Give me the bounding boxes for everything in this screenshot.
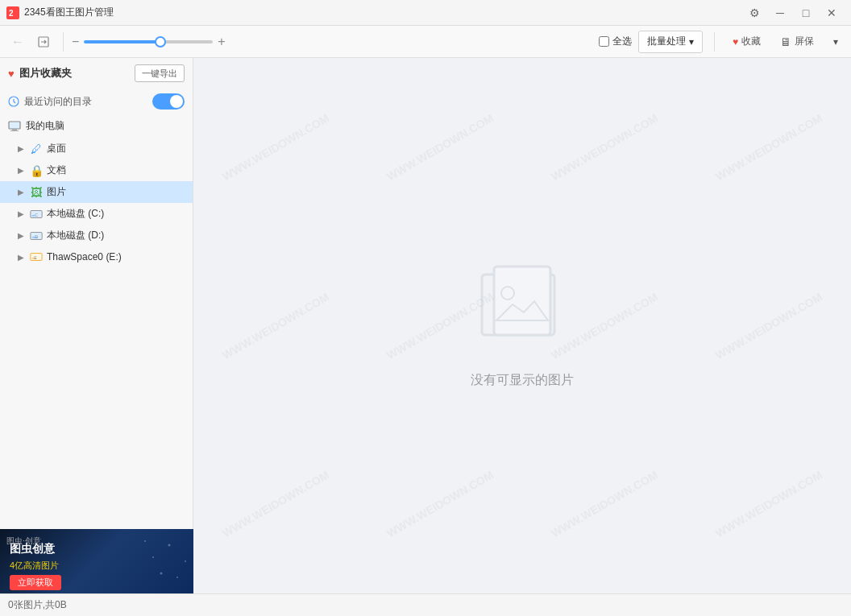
svg-point-23 [176,577,178,578]
main-toolbar: ← − + 全选 批量处理 ▾ ♥ 收藏 🖥 屏保 [0,26,851,58]
screen-btn[interactable]: 🖥 屏保 [774,31,820,53]
svg-point-20 [152,556,154,558]
tree-item-drive-d[interactable]: ▶ D 本地磁盘 (D:) [0,225,193,246]
tree-item-drive-c[interactable]: ▶ C 本地磁盘 (C:) [0,203,193,225]
svg-text:C: C [35,212,38,217]
clock-icon [8,96,19,107]
svg-point-22 [160,573,163,575]
heart-icon: ♥ [733,36,738,48]
main-layout: ♥ 图片收藏夹 一键导出 最近访问的目录 我的电脑 [0,58,851,593]
title-bar: 2 2345看图王图片管理 ⚙ ─ □ ✕ [0,0,851,26]
tree-label-pictures: 图片 [47,185,66,199]
zoom-plus-icon[interactable]: + [218,35,225,49]
svg-rect-4 [9,122,20,129]
tree-label-desktop: 桌面 [47,142,66,155]
status-bar: 0张图片,共0B [0,593,851,616]
more-btn[interactable]: ▾ [827,31,845,53]
more-arrow-icon: ▾ [833,36,838,48]
batch-btn[interactable]: 批量处理 ▾ [638,31,703,53]
recent-row: 最近访问的目录 [0,89,193,114]
tree-item-drive-e[interactable]: ▶ E ThawSpace0 (E:) [0,246,193,267]
window-title: 2345看图王图片管理 [24,6,741,19]
ad-decoration [97,529,193,593]
zoom-minus-icon[interactable]: − [72,35,79,49]
monitor-icon: 🖥 [780,35,791,48]
zoom-controls: − + [72,35,226,49]
computer-icon [8,121,21,132]
recent-toggle[interactable] [152,93,185,110]
app-icon: 2 [6,6,19,19]
expand-arrow: ▶ [16,144,26,154]
my-computer-label: 我的电脑 [26,119,64,133]
svg-point-24 [144,540,146,542]
ad-logo: 图虫·创意 [6,535,41,547]
separator-1 [63,32,64,52]
tree-label-documents: 文档 [47,163,66,177]
empty-image-icon [474,263,571,359]
svg-rect-17 [494,267,550,335]
drive-c-icon: C [30,208,43,221]
favorites-icon: ♥ [8,68,15,80]
close-btn[interactable]: ✕ [819,0,845,26]
favorites-title: 图片收藏夹 [19,66,130,81]
expand-arrow: ▶ [16,188,26,197]
svg-text:E: E [34,255,37,260]
ad-btn[interactable]: 立即获取 [10,575,61,590]
window-controls: ⚙ ─ □ ✕ [741,0,845,26]
favorites-section: ♥ 图片收藏夹 一键导出 [0,58,193,89]
settings-btn[interactable]: ⚙ [741,0,767,26]
forward-btn[interactable] [32,31,55,53]
right-toolbar: 全选 批量处理 ▾ ♥ 收藏 🖥 屏保 ▾ [599,31,845,53]
expand-arrow: ▶ [16,209,26,219]
recent-label: 最近访问的目录 [8,95,146,109]
ad-banner[interactable]: 图虫·创意 图虫创意 4亿高清图片 立即获取 [0,529,193,593]
my-computer-row[interactable]: 我的电脑 [0,114,193,138]
folder-locked-icon: 🔒 [30,164,43,177]
sidebar: ♥ 图片收藏夹 一键导出 最近访问的目录 我的电脑 [0,58,193,593]
minimize-btn[interactable]: ─ [767,0,793,26]
tree-label-drive-e: ThawSpace0 (E:) [47,251,122,263]
svg-rect-5 [12,129,17,130]
select-all-label[interactable]: 全选 [599,35,632,48]
separator-2 [714,32,715,52]
zoom-slider[interactable] [84,40,213,43]
tree-label-drive-c: 本地磁盘 (C:) [47,207,104,221]
tree-label-drive-d: 本地磁盘 (D:) [47,229,104,242]
tree-item-documents[interactable]: ▶ 🔒 文档 [0,159,193,181]
empty-state: 没有可显示的图片 [471,263,574,389]
svg-text:2: 2 [9,9,14,18]
status-text: 0张图片,共0B [8,598,67,612]
main-content: WWW.WEIDOWN.COM WWW.WEIDOWN.COM WWW.WEID… [193,58,851,593]
expand-arrow: ▶ [16,252,26,262]
tree-item-desktop[interactable]: ▶ 🖊 桌面 [0,138,193,159]
svg-rect-6 [10,130,19,131]
back-btn[interactable]: ← [6,31,29,53]
expand-arrow: ▶ [16,231,26,241]
expand-arrow: ▶ [16,166,26,176]
desktop-icon: 🖊 [30,143,43,155]
empty-text: 没有可显示的图片 [471,372,574,389]
drive-d-icon: D [30,229,43,242]
export-btn[interactable]: 一键导出 [135,64,185,82]
svg-text:D: D [35,234,38,238]
pictures-folder-icon: 🖼 [30,186,43,199]
maximize-btn[interactable]: □ [793,0,819,26]
tree-item-pictures[interactable]: ▶ 🖼 图片 [0,181,193,203]
select-all-checkbox[interactable] [599,36,609,47]
svg-point-21 [185,560,186,562]
drive-e-icon: E [30,250,43,263]
svg-point-19 [168,544,171,547]
favorite-btn[interactable]: ♥ 收藏 [726,31,767,53]
